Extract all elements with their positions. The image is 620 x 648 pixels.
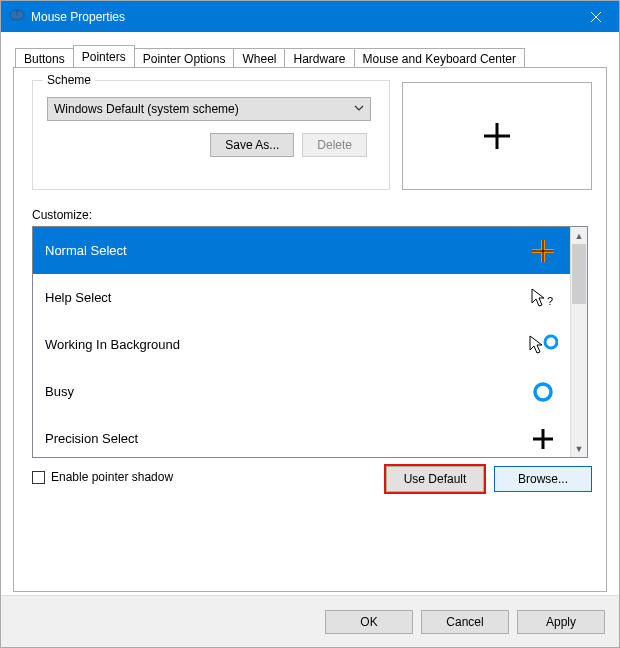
scroll-down-icon[interactable]: ▼	[571, 440, 587, 457]
scheme-legend: Scheme	[43, 73, 95, 87]
close-button[interactable]	[573, 1, 619, 32]
scheme-selected-value: Windows Default (system scheme)	[54, 102, 239, 116]
list-item[interactable]: Working In Background	[33, 321, 570, 368]
list-item-label: Help Select	[45, 290, 526, 305]
scheme-dropdown[interactable]: Windows Default (system scheme)	[47, 97, 371, 121]
delete-button: Delete	[302, 133, 367, 157]
tab-bar: ButtonsPointersPointer OptionsWheelHardw…	[13, 44, 607, 67]
plus-orange-icon	[526, 238, 560, 264]
tab-wheel[interactable]: Wheel	[233, 48, 285, 68]
list-item[interactable]: Busy	[33, 368, 570, 415]
plus-black-icon	[526, 427, 560, 451]
list-item[interactable]: Normal Select	[33, 227, 570, 274]
chevron-down-icon	[354, 102, 364, 116]
list-item-label: Normal Select	[45, 243, 526, 258]
use-default-button[interactable]: Use Default	[386, 466, 484, 492]
pointer-shadow-checkbox[interactable]: Enable pointer shadow	[32, 470, 173, 484]
tab-mouse-and-keyboard-center[interactable]: Mouse and Keyboard Center	[354, 48, 525, 68]
scroll-thumb[interactable]	[572, 244, 586, 304]
svg-text:?: ?	[547, 295, 553, 307]
ring-icon	[526, 381, 560, 403]
apply-button[interactable]: Apply	[517, 610, 605, 634]
svg-point-9	[545, 336, 557, 348]
tab-hardware[interactable]: Hardware	[284, 48, 354, 68]
cursor-preview-large	[402, 82, 592, 190]
dialog-content: ButtonsPointersPointer OptionsWheelHardw…	[1, 32, 619, 592]
pointer-shadow-label: Enable pointer shadow	[51, 470, 173, 484]
close-icon	[590, 11, 602, 23]
cursor-listbox[interactable]: Normal SelectHelp Select?Working In Back…	[32, 226, 588, 458]
tab-buttons[interactable]: Buttons	[15, 48, 74, 68]
arrow-question-icon: ?	[526, 287, 560, 309]
save-as-button[interactable]: Save As...	[210, 133, 294, 157]
tab-pointer-options[interactable]: Pointer Options	[134, 48, 235, 68]
scrollbar[interactable]: ▲ ▼	[570, 227, 587, 457]
list-item-label: Working In Background	[45, 337, 526, 352]
cancel-button[interactable]: Cancel	[421, 610, 509, 634]
window-title: Mouse Properties	[31, 10, 573, 24]
list-item[interactable]: Precision Select	[33, 415, 570, 457]
scheme-group: Scheme Windows Default (system scheme) S…	[32, 80, 390, 190]
list-item[interactable]: Help Select?	[33, 274, 570, 321]
list-item-label: Precision Select	[45, 431, 526, 446]
list-item-label: Busy	[45, 384, 526, 399]
cursor-action-buttons: Use Default Browse...	[386, 466, 592, 492]
checkbox-box-icon	[32, 471, 45, 484]
dialog-footer: OK Cancel Apply	[1, 595, 619, 647]
browse-button[interactable]: Browse...	[494, 466, 592, 492]
ok-button[interactable]: OK	[325, 610, 413, 634]
svg-point-10	[535, 384, 551, 400]
arrow-ring-icon	[526, 334, 560, 356]
plus-icon	[480, 119, 514, 153]
mouse-icon	[9, 9, 25, 24]
tab-panel-pointers: Scheme Windows Default (system scheme) S…	[13, 67, 607, 592]
titlebar: Mouse Properties	[1, 1, 619, 32]
customize-label: Customize:	[32, 208, 92, 222]
scroll-up-icon[interactable]: ▲	[571, 227, 587, 244]
tab-pointers[interactable]: Pointers	[73, 45, 135, 67]
